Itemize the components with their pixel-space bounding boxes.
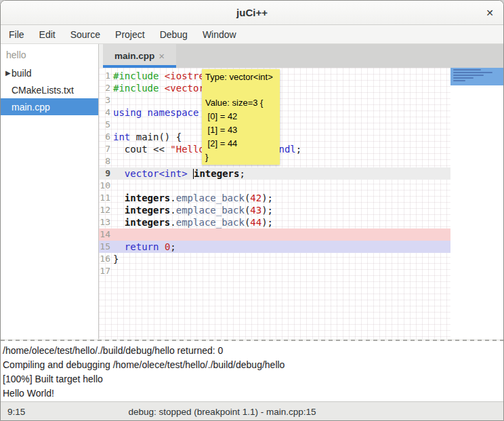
code-token: } [113, 254, 119, 264]
code-line-13[interactable]: 13 integers.emplace_back(44); [99, 216, 450, 228]
tree-item-cmakelists.txt[interactable]: CMakeLists.txt [1, 81, 98, 98]
terminal-line: Compiling and debugging /home/olece/test… [3, 358, 503, 372]
tab-label: main.cpp [114, 51, 154, 61]
menu-item-file[interactable]: File [1, 25, 32, 44]
code-token [142, 107, 147, 118]
code-token: vector<int> [113, 168, 188, 179]
menu-item-edit[interactable]: Edit [32, 25, 63, 44]
line-number: 5 [99, 119, 113, 131]
code-line-17[interactable]: 17 [99, 265, 450, 277]
code-token: integers [125, 205, 170, 216]
terminal-output[interactable]: /home/olece/test/hello/./build/debug/hel… [1, 341, 503, 401]
code-token: . [170, 193, 175, 203]
code-token: int [113, 132, 130, 142]
overlay-text-line [453, 69, 481, 71]
code-token: integers [194, 168, 239, 179]
code-token: emplace_back [176, 193, 245, 203]
tab-close-icon[interactable]: × [159, 50, 165, 62]
line-number: 15 [99, 241, 113, 253]
tooltip-value: Value: size=3 { [0] = 42 [1] = 43 [2] = … [205, 96, 276, 164]
tab-bar: main.cpp × [99, 44, 503, 68]
overlay-text-line [453, 75, 484, 76]
code-token: ); [261, 193, 273, 203]
terminal-line: Hello World! [3, 386, 503, 401]
tooltip-value-line: [2] = 44 [205, 137, 276, 151]
code-token: ); [261, 205, 273, 216]
overlay-text-line [453, 77, 474, 79]
menu-item-window[interactable]: Window [195, 25, 244, 44]
tree-item-main.cpp[interactable]: main.cpp [1, 98, 98, 115]
line-number: 17 [99, 265, 113, 277]
code-line-14[interactable]: 14 [99, 228, 450, 241]
code-text: #include <vector> [113, 82, 210, 94]
code-token: 42 [250, 193, 261, 203]
line-number: 11 [99, 192, 113, 204]
close-icon[interactable]: ✕ [482, 6, 497, 20]
code-line-9[interactable]: 9 vector<int> integers; [99, 167, 450, 180]
code-token: using [113, 107, 142, 118]
code-token: #include [113, 83, 165, 94]
code-token: #include [113, 71, 165, 81]
line-number: 12 [99, 204, 113, 216]
menu-item-project[interactable]: Project [108, 25, 152, 44]
line-number: 13 [99, 216, 113, 228]
code-line-16[interactable]: 16} [99, 253, 450, 265]
code-text: integers.emplace_back(44); [113, 216, 273, 228]
debug-value-tooltip: Type: vector<int> Value: size=3 { [0] = … [202, 69, 280, 165]
project-name[interactable]: hello [1, 44, 98, 64]
tab-main-cpp[interactable]: main.cpp × [103, 44, 176, 68]
code-text: vector<int> integers; [113, 167, 245, 180]
code-token [113, 217, 125, 228]
line-number: 7 [99, 143, 113, 155]
line-number: 4 [99, 106, 113, 119]
line-number: 1 [99, 70, 113, 82]
tree-item-label: CMakeLists.txt [12, 85, 74, 96]
code-token: emplace_back [176, 217, 245, 228]
statusbar: 9:15 debug: stopped (breakpoint 1.1) - m… [1, 401, 503, 421]
terminal-line: /home/olece/test/hello/./build/debug/hel… [3, 344, 503, 358]
tooltip-value-line: [1] = 43 [205, 123, 276, 137]
code-token: 43 [250, 205, 261, 216]
overlay-text-line [453, 80, 465, 81]
code-token: main() { [130, 132, 182, 142]
debug-status: debug: stopped (breakpoint 1.1) - main.c… [1, 407, 444, 417]
overlay-popup [450, 68, 503, 85]
tree-item-build[interactable]: ▶build [1, 64, 98, 81]
code-token: namespace [148, 107, 199, 118]
code-token [113, 205, 125, 216]
main-content: hello ▶buildCMakeLists.txtmain.cpp main.… [1, 44, 503, 339]
code-editor[interactable]: 1#include <iostream>2#include <vector>34… [99, 68, 503, 339]
overlay-text-line [453, 72, 492, 73]
code-token [113, 193, 125, 203]
pane-divider-handle[interactable] [1, 339, 503, 341]
line-number: 10 [99, 180, 113, 192]
line-number: 6 [99, 131, 113, 143]
line-number: 16 [99, 253, 113, 265]
code-token: return [113, 241, 159, 252]
menu-item-source[interactable]: Source [63, 25, 108, 44]
code-line-12[interactable]: 12 integers.emplace_back(43); [99, 204, 450, 216]
code-line-11[interactable]: 11 integers.emplace_back(42); [99, 192, 450, 204]
window-title: juCi++ [1, 7, 503, 18]
code-text: return 0; [113, 241, 176, 253]
expander-icon[interactable]: ▶ [1, 69, 12, 77]
code-token: ; [296, 144, 301, 155]
code-text: integers.emplace_back(42); [113, 192, 273, 204]
editor-pane: main.cpp × 1#include <iostream>2#include… [99, 44, 503, 339]
code-line-15[interactable]: 15 return 0; [99, 241, 450, 253]
code-text: int main() { [113, 131, 182, 143]
tooltip-value-line: Value: size=3 { [205, 96, 276, 110]
menu-item-debug[interactable]: Debug [152, 25, 195, 44]
code-line-10[interactable]: 10 [99, 180, 450, 192]
app-window: juCi++ ✕ FileEditSourceProjectDebugWindo… [0, 0, 504, 421]
line-number: 2 [99, 82, 113, 94]
code-token: ; [239, 168, 245, 179]
code-token [188, 168, 193, 179]
file-tree: ▶buildCMakeLists.txtmain.cpp [1, 64, 98, 115]
tree-item-label: build [12, 68, 32, 79]
titlebar[interactable]: juCi++ ✕ [1, 1, 503, 25]
code-token: integers [125, 193, 170, 203]
line-number: 8 [99, 155, 113, 167]
code-text: integers.emplace_back(43); [113, 204, 273, 216]
code-token: ); [261, 217, 273, 228]
